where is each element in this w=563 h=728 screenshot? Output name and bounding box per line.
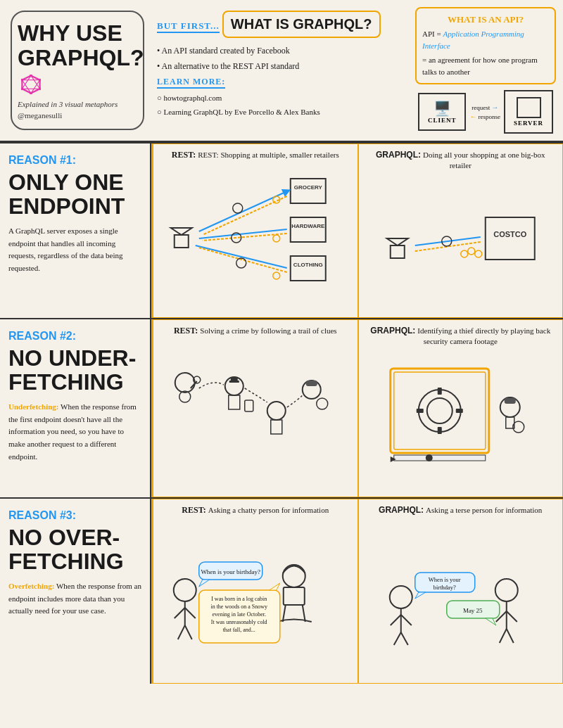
right-arrow: → [491,103,498,111]
left-arrow: ← [469,113,476,120]
svg-line-76 [178,625,185,639]
svg-text:It was unreasonably cold: It was unreasonably cold [211,619,267,625]
svg-rect-19 [291,256,326,281]
reason3-graphql-diagram: GraphQL: Asking a terse person for infor… [358,499,564,684]
reason2-rest-title: REST: Solving a crime by following a tra… [159,326,352,336]
svg-line-26 [199,248,287,272]
reason3-title: No Over- fetching [8,526,141,573]
api-box-title: What is an API? [422,14,549,25]
svg-marker-91 [270,583,280,590]
resource1: howtographql.com [157,91,406,106]
server-box: SERVER [504,90,553,134]
svg-text:in the woods on a Snowy: in the woods on a Snowy [210,604,267,610]
graphql-rest-svg: COSTCO [365,175,557,309]
svg-line-105 [506,611,517,622]
response-label: response [478,113,500,120]
svg-rect-66 [504,398,515,404]
reason2-graphql-title: GraphQL: Identifying a thief directly by… [365,326,557,347]
reason2-section: Reason #2: No Under- fetching Underfetch… [0,318,563,497]
svg-rect-15 [291,179,326,203]
reason3-rest-title: REST: Asking a chatty person for informa… [159,505,352,516]
reason1-rest-diagram: REST: REST: Shopping at multiple, smalle… [153,143,358,318]
svg-point-27 [233,203,243,213]
svg-rect-82 [284,587,305,605]
middle-top: But First... What is GraphQL? An API sta… [153,7,410,134]
svg-rect-53 [245,400,253,411]
reason2-number: Reason #2: [8,330,141,343]
svg-rect-55 [306,381,317,386]
bullet1: An API standard created by Facebook [157,44,406,59]
reason3-right: REST: Asking a chatty person for informa… [151,499,563,684]
graphql-terse-svg: When is your birthday? May 25 [365,520,557,675]
subtitle: Explained in 3 visual metaphors [18,100,137,108]
response-arrow: ← response [469,113,500,120]
svg-rect-61 [437,388,441,395]
svg-point-40 [467,248,474,255]
reason2-desc: Underfetching: When the response from th… [8,401,141,463]
svg-text:When is your birthday?: When is your birthday? [201,568,260,575]
svg-point-42 [474,250,481,257]
graphql-logo [21,75,41,94]
svg-line-94 [390,615,400,625]
svg-rect-14 [175,235,189,248]
title-cloud: Why Use GraphQL? E [7,7,148,134]
svg-point-56 [317,398,328,409]
svg-line-74 [175,608,185,618]
svg-rect-34 [390,245,404,258]
svg-line-37 [415,237,480,245]
bullet-points: An API standard created by Facebook An a… [157,44,406,74]
reason3-desc: Overfetching: When the response from an … [8,580,141,618]
reason1-section: Reason #1: Only One Endpoint A GraphQL s… [0,142,563,318]
reason1-desc: A GraphQL server exposes a single endpoi… [8,225,141,274]
bullet2: An alternative to the REST API standard [157,59,406,75]
resource2: Learning GraphQL by Eve Porcello & Alex … [157,106,406,120]
svg-marker-13 [171,228,192,235]
reason3-graphql-title: GraphQL: Asking a terse person for infor… [365,505,557,516]
svg-line-25 [196,245,287,268]
what-is-graphql-title: What is GraphQL? [231,16,372,32]
svg-point-92 [389,586,412,608]
svg-rect-35 [485,217,534,260]
svg-rect-69 [393,455,485,461]
rest-crime-svg [159,340,352,478]
reason2-title: No Under- fetching [8,347,141,394]
learn-more-label: Learn More: [157,77,225,89]
right-top: What is an API? API = Application Progra… [415,7,556,134]
svg-point-81 [283,565,305,587]
svg-text:GROCERY: GROCERY [294,184,323,191]
svg-point-41 [460,250,467,257]
svg-rect-58 [393,372,485,449]
svg-line-75 [185,608,196,618]
svg-rect-57 [390,369,488,453]
svg-rect-49 [231,377,238,381]
svg-point-51 [267,402,286,420]
reason1-graphql-title: GraphQL: Doing all your shopping at one … [365,150,557,171]
svg-rect-17 [291,217,326,242]
svg-text:When is your: When is your [428,576,460,583]
svg-rect-48 [229,395,240,409]
svg-line-107 [506,629,513,643]
reason2-graphql-diagram: GraphQL: Identifying a thief directly by… [358,319,564,497]
reason2-highlight: Underfetching: [8,402,59,411]
svg-text:evening in late October.: evening in late October. [213,611,266,618]
reason1-graphql-diagram: GraphQL: Doing all your shopping at one … [358,143,564,318]
but-first-label: But First... [157,20,220,33]
svg-point-59 [418,390,460,432]
author: @meganesulli [18,111,137,120]
reason3-rest-diagram: REST: Asking a chatty person for informa… [153,499,358,684]
svg-rect-63 [416,409,423,413]
reason1-rest-title: REST: REST: Shopping at multiple, smalle… [159,150,352,160]
api-box: What is an API? API = Application Progra… [415,7,556,84]
reason1-left: Reason #1: Only One Endpoint A GraphQL s… [0,143,151,318]
reason2-left: Reason #2: No Under- fetching Underfetch… [0,319,151,497]
client-label: CLIENT [428,117,457,124]
svg-point-71 [425,454,432,461]
reason2-right: REST: Solving a crime by following a tra… [151,319,563,497]
svg-point-43 [175,373,195,392]
svg-point-72 [174,579,196,601]
api-def2: = an agreement for how one program talks… [422,54,549,77]
svg-line-96 [393,632,400,645]
reason3-left: Reason #3: No Over- fetching Overfetchin… [0,499,151,684]
monitor-icon: 🖥️ [428,100,457,117]
client-server-diagram: 🖥️ CLIENT request → ← response SERVER [415,90,556,134]
